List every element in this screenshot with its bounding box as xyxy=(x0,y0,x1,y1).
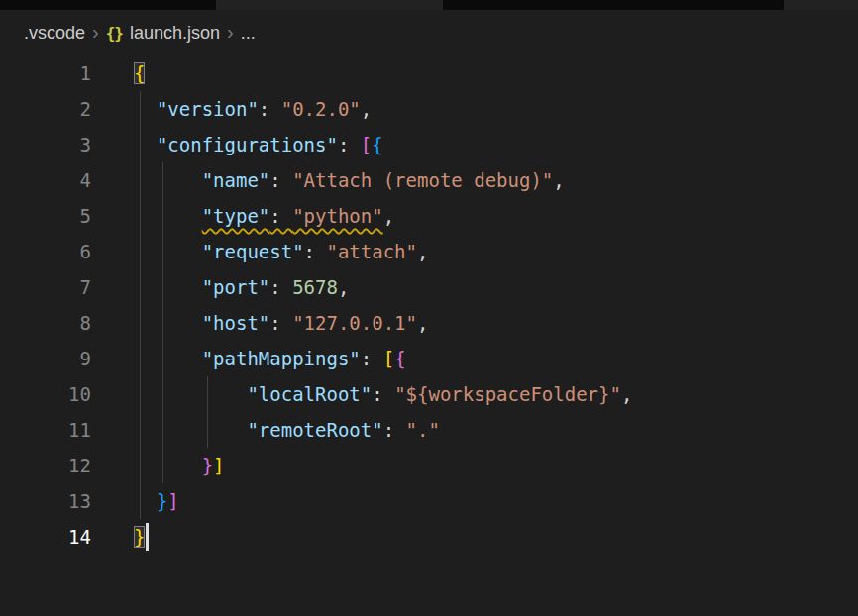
code-line[interactable]: 10 "localRoot": "${workspaceFolder}", xyxy=(0,376,858,412)
code-token: , xyxy=(361,98,372,120)
breadcrumb: .vscode › {} launch.json › ... xyxy=(0,10,858,55)
breadcrumb-item-folder[interactable]: .vscode xyxy=(24,23,85,44)
line-number: 1 xyxy=(0,55,91,91)
tab-strip-segment xyxy=(784,0,858,10)
line-number: 2 xyxy=(0,91,91,127)
code-token: "configurations" xyxy=(157,134,338,155)
code-token: , xyxy=(621,383,632,405)
code-text: "port": 5678, xyxy=(134,269,349,305)
code-token xyxy=(134,241,202,262)
tab-strip-segment xyxy=(216,0,443,10)
line-number: 9 xyxy=(0,341,91,376)
line-number: 5 xyxy=(0,198,91,234)
line-number: 6 xyxy=(0,234,91,269)
code-token xyxy=(134,348,202,369)
code-token: "." xyxy=(406,419,440,441)
text-cursor xyxy=(146,523,149,551)
code-line[interactable]: 14} xyxy=(0,519,858,555)
editor[interactable]: 1{2 "version": "0.2.0",3 "configurations… xyxy=(0,55,858,555)
code-token: { xyxy=(394,348,405,369)
code-token: "0.2.0" xyxy=(281,98,361,120)
code-token: "Attach (remote debug)" xyxy=(292,169,553,191)
code-token xyxy=(134,419,247,441)
code-token: : xyxy=(383,419,406,441)
code-text: "configurations": [{ xyxy=(134,127,383,162)
code-text: }] xyxy=(134,448,225,483)
code-token xyxy=(134,276,202,298)
code-token: ] xyxy=(167,490,178,512)
code-token: , xyxy=(383,205,394,227)
code-token: "localRoot" xyxy=(247,383,372,405)
code-text: }] xyxy=(134,483,179,519)
code-token xyxy=(134,312,202,334)
line-number: 7 xyxy=(0,269,91,305)
chevron-right-icon: › xyxy=(92,22,99,42)
code-token xyxy=(134,383,247,405)
code-token: { xyxy=(372,134,382,155)
code-token: : xyxy=(269,276,292,298)
code-line[interactable]: 9 "pathMappings": [{ xyxy=(0,341,858,376)
code-token xyxy=(134,134,157,155)
code-text: "pathMappings": [{ xyxy=(134,341,406,376)
code-token: "${workspaceFolder}" xyxy=(394,383,621,405)
code-line[interactable]: 8 "host": "127.0.0.1", xyxy=(0,305,858,341)
code-line[interactable]: 5 "type": "python", xyxy=(0,198,858,234)
code-line[interactable]: 7 "port": 5678, xyxy=(0,269,858,305)
code-token: : xyxy=(338,134,361,155)
code-token: "type" xyxy=(202,205,270,227)
code-token: , xyxy=(417,241,428,262)
line-number: 3 xyxy=(0,127,91,162)
code-line[interactable]: 1{ xyxy=(0,55,858,91)
code-token: { xyxy=(134,62,145,84)
code-line[interactable]: 2 "version": "0.2.0", xyxy=(0,91,858,127)
code-line[interactable]: 13 }] xyxy=(0,483,858,519)
code-token xyxy=(134,455,202,476)
line-number: 10 xyxy=(0,376,91,412)
code-token: "request" xyxy=(202,241,304,262)
code-token: , xyxy=(417,312,428,334)
code-line[interactable]: 6 "request": "attach", xyxy=(0,234,858,269)
code-token: : xyxy=(361,348,383,369)
code-line[interactable]: 12 }] xyxy=(0,448,858,483)
code-text: "localRoot": "${workspaceFolder}", xyxy=(134,376,632,412)
code-text: } xyxy=(134,519,149,555)
code-token: : xyxy=(304,241,327,262)
code-text: { xyxy=(134,55,145,91)
code-text: "name": "Attach (remote debug)", xyxy=(134,162,565,198)
code-token xyxy=(134,169,202,191)
line-number: 8 xyxy=(0,305,91,341)
line-number: 11 xyxy=(0,412,91,448)
json-file-icon: {} xyxy=(106,24,123,43)
warning-squiggle: "type": "python" xyxy=(202,205,383,227)
code-token: : xyxy=(269,312,292,334)
code-token: "port" xyxy=(202,276,270,298)
code-token: : xyxy=(269,205,292,227)
code-token: "name" xyxy=(202,169,270,191)
code-token: : xyxy=(372,383,394,405)
code-token xyxy=(134,490,157,512)
code-token: , xyxy=(553,169,564,191)
code-line[interactable]: 11 "remoteRoot": "." xyxy=(0,412,858,448)
line-number: 12 xyxy=(0,448,91,483)
code-token: } xyxy=(134,526,145,548)
code-token: "attach" xyxy=(326,241,417,262)
code-token: , xyxy=(338,276,349,298)
code-token: : xyxy=(269,169,292,191)
breadcrumb-item-file[interactable]: launch.json xyxy=(130,23,220,44)
code-text: "remoteRoot": "." xyxy=(134,412,440,448)
code-token: "pathMappings" xyxy=(202,348,361,369)
code-text: "version": "0.2.0", xyxy=(134,91,372,127)
code-text: "host": "127.0.0.1", xyxy=(134,305,428,341)
chevron-right-icon: › xyxy=(227,22,234,42)
tab-bar-strip xyxy=(0,0,858,10)
code-token xyxy=(134,98,157,120)
breadcrumb-item-symbol[interactable]: ... xyxy=(241,23,256,44)
code-token: ] xyxy=(213,455,224,476)
code-token: "host" xyxy=(202,312,270,334)
code-token: } xyxy=(202,455,213,476)
code-line[interactable]: 3 "configurations": [{ xyxy=(0,127,858,162)
code-token: "127.0.0.1" xyxy=(292,312,417,334)
code-token: : xyxy=(259,98,281,120)
code-line[interactable]: 4 "name": "Attach (remote debug)", xyxy=(0,162,858,198)
line-number: 14 xyxy=(0,519,91,555)
